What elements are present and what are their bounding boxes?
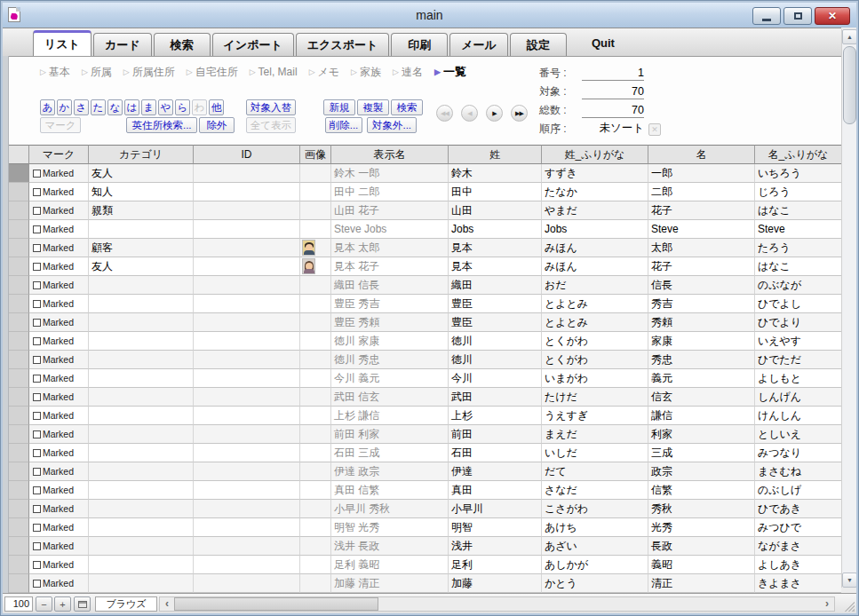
horizontal-scroll-thumb[interactable] — [174, 597, 378, 611]
last-name-kana-field[interactable]: いしだ — [542, 444, 648, 462]
record-gutter[interactable] — [9, 425, 29, 444]
category-field[interactable]: 親類 — [89, 201, 194, 220]
image-field[interactable] — [300, 183, 331, 201]
last-record-button[interactable]: ▶▶ — [511, 105, 528, 122]
first-name-field[interactable]: 政宗 — [648, 462, 755, 481]
category-field[interactable] — [89, 574, 194, 593]
record-info-value[interactable]: 70 — [582, 104, 644, 118]
kana-filter-button-4[interactable]: た — [91, 99, 106, 115]
category-field[interactable] — [89, 537, 194, 556]
record-gutter[interactable] — [9, 574, 29, 593]
record-gutter[interactable] — [9, 518, 29, 537]
first-name-field[interactable]: 花子 — [648, 201, 755, 220]
close-button[interactable]: ✕ — [815, 7, 850, 25]
id-field[interactable] — [194, 332, 300, 351]
record-info-value[interactable]: 1 — [582, 67, 644, 81]
last-name-field[interactable]: 武田 — [449, 388, 542, 407]
resize-grip[interactable] — [843, 600, 855, 612]
display-name-field[interactable]: 見本 花子 — [331, 257, 449, 276]
id-field[interactable] — [194, 183, 300, 201]
mark-field[interactable]: Marked — [29, 556, 89, 574]
display-name-field[interactable]: 山田 花子 — [331, 201, 449, 220]
id-field[interactable] — [194, 257, 300, 276]
scroll-up-icon[interactable]: ▲ — [842, 29, 857, 44]
id-field[interactable] — [194, 201, 300, 220]
first-name-field[interactable]: 謙信 — [648, 407, 755, 425]
first-name-kana-field[interactable]: けんしん — [755, 407, 841, 425]
id-field[interactable] — [194, 407, 300, 425]
image-field[interactable] — [300, 313, 331, 332]
last-name-field[interactable]: 上杉 — [449, 407, 542, 425]
last-name-kana-field[interactable]: たなか — [542, 183, 648, 201]
record-gutter[interactable] — [9, 407, 29, 425]
record-gutter[interactable] — [9, 276, 29, 295]
scroll-left-icon[interactable]: ‹ — [160, 597, 174, 611]
last-name-field[interactable]: 鈴木 — [449, 164, 542, 183]
last-name-kana-field[interactable]: とよとみ — [542, 295, 648, 313]
last-name-field[interactable]: 石田 — [449, 444, 542, 462]
display-name-field[interactable]: 武田 信玄 — [331, 388, 449, 407]
last-name-field[interactable]: 小早川 — [449, 500, 542, 518]
category-field[interactable] — [89, 462, 194, 481]
mark-checkbox[interactable] — [33, 393, 41, 401]
first-name-field[interactable]: 家康 — [648, 332, 755, 351]
id-field[interactable] — [194, 220, 300, 239]
first-name-kana-field[interactable]: よしもと — [755, 369, 841, 388]
first-name-field[interactable]: 義昭 — [648, 556, 755, 574]
id-field[interactable] — [194, 164, 300, 183]
mark-checkbox[interactable] — [33, 542, 41, 550]
mark-checkbox[interactable] — [33, 244, 41, 252]
display-name-field[interactable]: 石田 三成 — [331, 444, 449, 462]
first-name-field[interactable]: 長政 — [648, 537, 755, 556]
category-field[interactable] — [89, 425, 194, 444]
first-name-field[interactable]: 一郎 — [648, 164, 755, 183]
last-name-kana-field[interactable]: とくがわ — [542, 351, 648, 369]
first-name-field[interactable]: 秀忠 — [648, 351, 755, 369]
tab-4[interactable]: インポート — [212, 33, 294, 56]
mark-checkbox[interactable] — [33, 337, 41, 345]
category-field[interactable] — [89, 500, 194, 518]
last-name-field[interactable]: 真田 — [449, 481, 542, 500]
mark-checkbox[interactable] — [33, 300, 41, 308]
first-name-kana-field[interactable]: みつなり — [755, 444, 841, 462]
zoom-in-button[interactable]: + — [54, 596, 71, 612]
english-address-search-button[interactable]: 英住所検索... — [126, 117, 197, 133]
category-field[interactable] — [89, 481, 194, 500]
tab-7[interactable]: メール — [449, 33, 508, 56]
kana-filter-button-3[interactable]: さ — [74, 99, 89, 115]
first-name-kana-field[interactable]: いえやす — [755, 332, 841, 351]
tab-3[interactable]: 検索 — [154, 33, 211, 56]
mark-field[interactable]: Marked — [29, 425, 89, 444]
mark-checkbox[interactable] — [33, 375, 41, 383]
mark-checkbox[interactable] — [33, 319, 41, 327]
last-name-kana-field[interactable]: あしかが — [542, 556, 648, 574]
last-name-kana-field[interactable]: たけだ — [542, 388, 648, 407]
category-field[interactable]: 友人 — [89, 164, 194, 183]
record-info-value[interactable]: 未ソート — [582, 121, 644, 137]
first-name-field[interactable]: 利家 — [648, 425, 755, 444]
record-gutter[interactable] — [9, 183, 29, 201]
display-name-field[interactable]: 真田 信繁 — [331, 481, 449, 500]
mark-checkbox[interactable] — [33, 207, 41, 215]
last-name-kana-field[interactable]: すずき — [542, 164, 648, 183]
id-field[interactable] — [194, 481, 300, 500]
duplicate-record-button[interactable]: 複製 — [357, 99, 389, 115]
first-record-button[interactable]: ◀◀ — [436, 105, 453, 122]
tab-5[interactable]: エクスポート — [296, 33, 390, 56]
last-name-field[interactable]: 見本 — [449, 239, 542, 257]
clear-sort-button[interactable]: ✕ — [648, 123, 661, 136]
first-name-field[interactable]: Steve — [648, 220, 755, 239]
mark-field[interactable]: Marked — [29, 369, 89, 388]
last-name-field[interactable]: 伊達 — [449, 462, 542, 481]
swap-found-set-button[interactable]: 対象入替 — [246, 99, 296, 115]
mark-checkbox[interactable] — [33, 170, 41, 178]
id-field[interactable] — [194, 388, 300, 407]
image-field[interactable] — [300, 407, 331, 425]
mark-field[interactable]: Marked — [29, 183, 89, 201]
tab-1[interactable]: リスト — [33, 30, 91, 56]
category-field[interactable] — [89, 313, 194, 332]
display-name-field[interactable]: 今川 義元 — [331, 369, 449, 388]
id-field[interactable] — [194, 276, 300, 295]
first-name-kana-field[interactable]: たろう — [755, 239, 841, 257]
first-name-kana-field[interactable]: よしあき — [755, 556, 841, 574]
